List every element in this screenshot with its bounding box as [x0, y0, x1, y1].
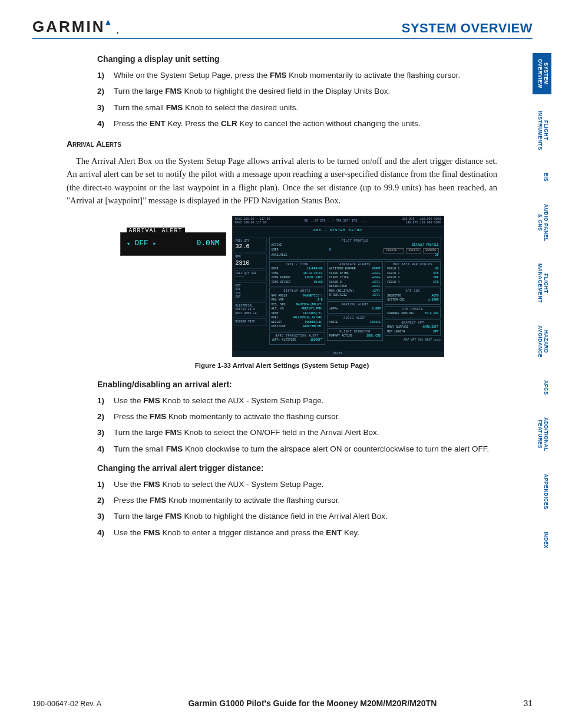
arrival-alerts-paragraph: The Arrival Alert Box on the System Setu… [67, 154, 497, 207]
steps-change-display-unit: 1)While on the System Setup Page, press … [97, 70, 497, 130]
step: 1)Use the FMS Knob to select the AUX - S… [97, 479, 497, 490]
tab-appendices[interactable]: APPENDICES [533, 468, 551, 515]
tab-additional-features[interactable]: ADDITIONAL FEATURES [533, 411, 551, 457]
heading-arrival-alerts: Arrival Alerts [67, 139, 497, 149]
steps-change-trigger-distance: 1)Use the FMS Knob to select the AUX - S… [97, 479, 497, 539]
step: 4)Press the ENT Key. Press the CLR Key t… [97, 118, 497, 130]
side-tabs: SYSTEM OVERVIEW FLIGHT INSTRUMENTS EIS A… [533, 53, 551, 554]
brand-text: GARMIN [32, 18, 105, 36]
step: 3)Turn the large FMS Knob to select the … [97, 427, 497, 439]
step: 2)Turn the large FMS Knob to highlight t… [97, 85, 497, 97]
tab-index[interactable]: INDEX [533, 526, 551, 554]
mfd-softkeys: DFLTS [233, 351, 444, 357]
step: 3)Turn the small FMS Knob to select the … [97, 102, 497, 114]
step: 4)Use the FMS Knob to enter a trigger di… [97, 527, 497, 539]
figure-caption: Figure 1-33 Arrival Alert Settings (Syst… [67, 362, 497, 369]
logo-delta-icon: ▲ [104, 17, 114, 27]
arrival-alert-inset: ARRIVAL ALERT ◂ OFF ▸ 0.0NM [120, 232, 226, 256]
heading-enable-arrival-alert: Enabling/disabling an arrival alert: [97, 380, 497, 389]
step: 4)Turn the small FMS Knob clockwise to t… [97, 443, 497, 455]
mfd-screenshot: NAV1 108.00 ↔ 117.95NAV2 108.00 117.95 G… [232, 216, 444, 357]
step: 3)Turn the large FMS Knob to highlight t… [97, 510, 497, 522]
tab-flight-instruments[interactable]: FLIGHT INSTRUMENTS [533, 105, 551, 156]
tab-flight-management[interactable]: FLIGHT MANAGEMENT [533, 258, 551, 309]
inset-distance: 0.0NM [196, 239, 219, 248]
tab-audio-panel[interactable]: AUDIO PANEL & CNS [533, 198, 551, 247]
tab-system-overview[interactable]: SYSTEM OVERVIEW [533, 53, 551, 94]
doc-title: Garmin G1000 Pilot's Guide for the Moone… [188, 699, 437, 708]
page-number: 31 [523, 699, 533, 708]
step: 1)While on the System Setup Page, press … [97, 70, 497, 81]
step: 2)Press the FMS Knob momentarily to acti… [97, 495, 497, 506]
left-arrow-icon: ◂ [127, 241, 130, 247]
doc-number: 190-00647-02 Rev. A [32, 700, 101, 708]
figure-1-33: ARRIVAL ALERT ◂ OFF ▸ 0.0NM NAV1 108.00 … [67, 216, 497, 357]
inset-state: OFF [134, 239, 148, 248]
tab-afcs[interactable]: AFCS [533, 374, 551, 401]
right-arrow-icon: ▸ [153, 241, 157, 247]
page-footer: 190-00647-02 Rev. A Garmin G1000 Pilot's… [32, 699, 533, 708]
page-header: GARMIN▲. SYSTEM OVERVIEW [32, 18, 533, 39]
step: 2)Press the FMS Knob momentarily to acti… [97, 411, 497, 423]
steps-enable-arrival-alert: 1)Use the FMS Knob to select the AUX - S… [97, 395, 497, 455]
step: 1)Use the FMS Knob to select the AUX - S… [97, 395, 497, 407]
section-title: SYSTEM OVERVIEW [402, 21, 533, 36]
inset-title: ARRIVAL ALERT [127, 228, 185, 234]
garmin-logo: GARMIN▲. [32, 18, 121, 36]
tab-hazard-avoidance[interactable]: HAZARD AVOIDANCE [533, 319, 551, 364]
heading-change-display-unit: Changing a display unit setting [97, 54, 497, 64]
tab-eis[interactable]: EIS [533, 167, 551, 187]
mfd-eis-strip: FUEL QTY32.6 RPM2310 FUEL QTY GAL───── E… [234, 238, 267, 327]
mfd-subtitle: AUX - SYSTEM SETUP [233, 227, 444, 233]
heading-change-trigger-distance: Changing the arrival alert trigger dista… [97, 463, 497, 473]
